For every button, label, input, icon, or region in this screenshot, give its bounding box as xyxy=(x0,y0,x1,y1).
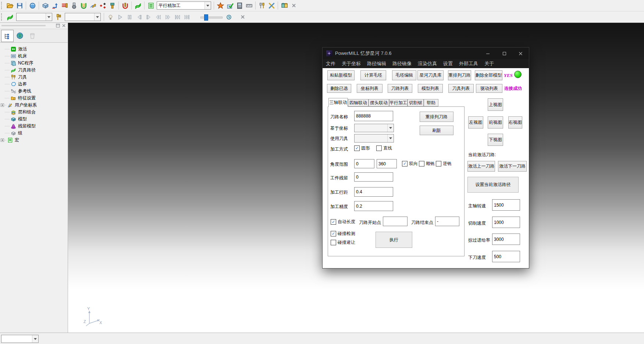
machining-strategy-combobox[interactable]: 平行精加工 xyxy=(157,1,211,10)
tab-swivel[interactable]: 摆头联动 xyxy=(369,99,389,106)
sphere-tool-icon[interactable] xyxy=(28,1,37,10)
minimize-button[interactable] xyxy=(481,48,494,59)
checkbox-bidirectional[interactable]: ✓ 双向 xyxy=(402,161,418,167)
explorer-trash-tab[interactable] xyxy=(26,30,38,41)
panel-float-icon[interactable] xyxy=(56,24,60,29)
menu-path-mirror[interactable]: 路径镜像 xyxy=(392,60,412,67)
explorer-web-tab[interactable] xyxy=(14,30,26,41)
go-to-start-button[interactable] xyxy=(173,13,181,21)
checkbox-conventional[interactable]: 逆铣 xyxy=(436,161,452,167)
checkbox-mark[interactable] xyxy=(331,240,336,245)
feeds-speeds-icon[interactable] xyxy=(121,1,129,10)
expand-plus-icon[interactable] xyxy=(1,103,4,107)
tolerance-input[interactable] xyxy=(354,201,393,211)
tab-3axis[interactable]: 三轴联动 xyxy=(328,98,348,107)
tree-item-models[interactable]: 模型 xyxy=(0,116,27,123)
checkbox-circle[interactable]: ✓ 圆形 xyxy=(354,145,370,151)
checkbox-collision-avoid[interactable]: 碰撞避让 xyxy=(331,239,355,246)
use-tool-combobox[interactable] xyxy=(354,134,394,143)
tree-item-toolpaths[interactable]: 刀具路径 xyxy=(0,67,36,74)
tree-item-macros[interactable]: 宏 xyxy=(0,137,19,144)
view-front-button[interactable]: 前视图 xyxy=(488,116,503,129)
tree-item-groups[interactable]: 组 xyxy=(0,130,22,137)
refresh-button[interactable]: 刷新 xyxy=(420,126,453,135)
tree-item-machine[interactable]: 机床 xyxy=(0,53,27,60)
delete-selected-button[interactable]: 删除已选 xyxy=(327,84,351,93)
sim-close-icon[interactable] xyxy=(238,13,247,21)
menu-file[interactable]: 文件 xyxy=(326,60,335,67)
powermill-logo-icon[interactable] xyxy=(134,1,142,10)
slider-handle[interactable] xyxy=(204,14,208,21)
rapid-feed-input[interactable] xyxy=(492,234,520,245)
menu-about[interactable]: 关于 xyxy=(484,60,494,67)
tool-change-icon[interactable] xyxy=(257,1,266,10)
stock-remain-input[interactable] xyxy=(354,172,393,182)
ruler-icon[interactable] xyxy=(245,1,253,10)
tool-list-button[interactable]: 刀具列表 xyxy=(448,84,474,93)
angle-from-input[interactable] xyxy=(354,159,374,168)
model-list-button[interactable]: 模型列表 xyxy=(418,84,443,93)
checkbox-mark[interactable]: ✓ xyxy=(331,219,336,225)
collision-check-icon[interactable] xyxy=(79,1,88,10)
tab-4axis[interactable]: 四轴联动 xyxy=(348,99,369,106)
point-pattern-icon[interactable] xyxy=(98,1,107,10)
step-back-button[interactable] xyxy=(135,13,143,21)
fast-forward-button[interactable] xyxy=(164,13,172,21)
toolpath-arrow-icon[interactable] xyxy=(50,1,59,10)
go-to-end-button[interactable] xyxy=(183,13,191,21)
calc-stock-button[interactable]: 计算毛坯 xyxy=(360,70,386,80)
tab-help[interactable]: 帮助 xyxy=(424,99,438,106)
chevron-down-icon[interactable] xyxy=(46,13,52,21)
tree-item-tools[interactable]: 刀具 xyxy=(0,74,27,81)
toolpath-combobox[interactable] xyxy=(16,13,52,21)
angle-to-input[interactable] xyxy=(377,159,397,168)
statusbar-combobox[interactable] xyxy=(1,335,39,343)
checkbox-mark[interactable] xyxy=(376,145,382,151)
execute-button[interactable]: 执行 xyxy=(376,232,412,248)
chevron-down-icon[interactable] xyxy=(94,13,100,21)
stock-edit-button[interactable]: 毛坯编辑 xyxy=(392,70,416,80)
toolpath-name-input[interactable] xyxy=(354,111,393,121)
end-point-input[interactable] xyxy=(435,217,459,226)
toolbar-close-icon[interactable] xyxy=(289,1,298,10)
checkbox-line[interactable]: 直线 xyxy=(376,145,392,151)
tool-holder-icon[interactable] xyxy=(108,1,117,10)
stock-cylinders-icon[interactable] xyxy=(280,1,289,10)
speed-slider[interactable] xyxy=(200,14,222,20)
curve-pencil-icon[interactable] xyxy=(89,1,97,10)
view-top-button[interactable]: 上视图 xyxy=(488,98,503,111)
set-active-path-button[interactable]: 设置当前激活路径 xyxy=(467,177,519,193)
checkbox-mark[interactable]: ✓ xyxy=(402,161,408,166)
toolpath-list-button[interactable]: 刀路列表 xyxy=(388,84,412,93)
tree-item-boundaries[interactable]: 边界 xyxy=(0,81,27,88)
expand-plus-icon[interactable] xyxy=(1,138,4,142)
tree-item-stock-models[interactable]: 残留模型 xyxy=(0,123,36,130)
stock-edit-icon[interactable] xyxy=(60,1,69,10)
verify-toolpath-icon[interactable] xyxy=(225,1,234,10)
tree-item-patterns[interactable]: 参考线 xyxy=(0,88,31,95)
paste-new-model-button[interactable]: 粘贴新模型 xyxy=(327,70,355,80)
checkbox-climb[interactable]: 顺铣 xyxy=(419,161,435,167)
activate-prev-button[interactable]: 激活上一刀路 xyxy=(467,161,495,172)
calculator-icon[interactable] xyxy=(235,1,244,10)
close-button[interactable] xyxy=(514,48,527,59)
open-project-icon[interactable] xyxy=(6,1,14,10)
checkbox-auto-length[interactable]: ✓ 自动长度 xyxy=(331,219,355,225)
tool-combobox[interactable] xyxy=(65,13,101,21)
checkbox-mark[interactable]: ✓ xyxy=(331,231,336,236)
stepover-input[interactable] xyxy=(354,187,393,197)
tree-item-levels[interactable]: 层和组合 xyxy=(0,109,36,116)
start-point-input[interactable] xyxy=(383,217,408,226)
tree-item-nc-program[interactable]: NC程序 xyxy=(0,60,33,67)
spindle-speed-input[interactable] xyxy=(492,199,520,211)
checkbox-mark[interactable] xyxy=(419,161,424,166)
menu-settings[interactable]: 设置 xyxy=(443,60,453,67)
chevron-down-icon[interactable] xyxy=(387,124,394,132)
panel-grip[interactable] xyxy=(1,25,46,26)
pause-button[interactable] xyxy=(125,13,134,21)
tree-item-feature-sets[interactable]: 特征设置 xyxy=(0,95,36,102)
play-button[interactable] xyxy=(116,13,124,21)
menu-path-edit[interactable]: 路径编辑 xyxy=(367,60,386,67)
chevron-down-icon[interactable] xyxy=(387,134,394,142)
block-icon[interactable] xyxy=(41,1,50,10)
